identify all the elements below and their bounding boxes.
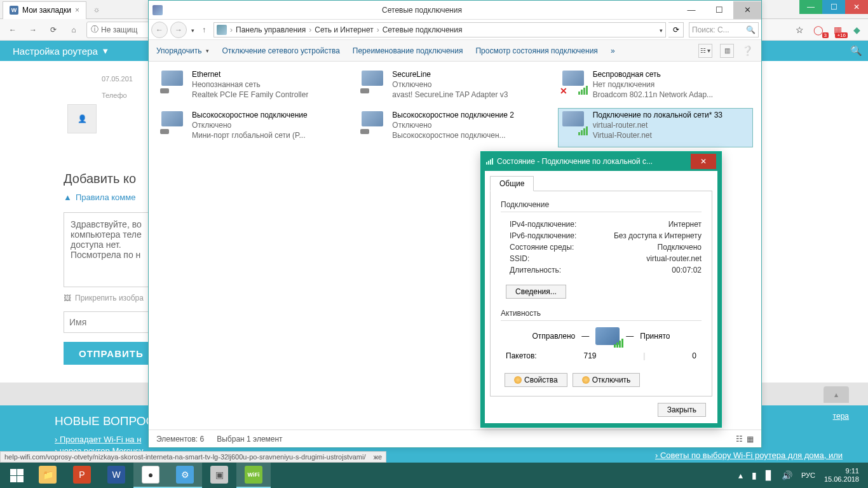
- taskbar-app-control-panel[interactable]: ⚙: [168, 463, 202, 488]
- bg-minimize-button[interactable]: —: [799, 0, 822, 14]
- disable-device-button[interactable]: Отключение сетевого устройства: [222, 46, 339, 55]
- connection-device: Virtual-Router.net: [593, 130, 720, 140]
- minimize-button[interactable]: —: [677, 1, 705, 19]
- connection-device: Realtek PCIe FE Family Controller: [192, 90, 308, 100]
- disable-button[interactable]: Отключить: [573, 373, 641, 387]
- ipv6-label: IPv6-подключение:: [510, 231, 576, 240]
- taskbar-app-chrome[interactable]: ●: [133, 463, 168, 488]
- chevron-down-icon[interactable]: ▾: [103, 45, 108, 57]
- breadcrumb-item[interactable]: Сеть и Интернет: [315, 25, 373, 34]
- selection-count: Выбран 1 элемент: [217, 435, 282, 444]
- network-adapter-icon: [159, 69, 187, 95]
- rename-connection-button[interactable]: Переименование подключения: [353, 46, 463, 55]
- divider: [501, 320, 702, 321]
- scroll-top-button[interactable]: ▴: [824, 386, 849, 403]
- organize-menu[interactable]: Упорядочить: [156, 46, 209, 55]
- avast-ext-icon[interactable]: ◆: [850, 24, 863, 36]
- maximize-button[interactable]: ☐: [705, 1, 733, 19]
- connection-device: Мини-порт глобальной сети (P...: [192, 130, 308, 140]
- window-title: Сетевые подключения: [166, 6, 677, 15]
- tray-language[interactable]: РУС: [801, 471, 815, 479]
- signal-icon: [614, 339, 623, 348]
- browser-tab[interactable]: W Мои закладки ×: [3, 1, 86, 19]
- dialog-close-button[interactable]: ✕: [691, 154, 716, 169]
- taskbar-app-powerpoint[interactable]: P: [65, 463, 99, 488]
- tab-close-icon[interactable]: ×: [75, 6, 79, 15]
- dialog-tabs: Общие: [490, 176, 712, 191]
- tray-network-icon[interactable]: ▊: [766, 470, 773, 480]
- connection-section-label: Подключение: [501, 200, 702, 209]
- window-titlebar[interactable]: Сетевые подключения — ☐ ✕: [149, 1, 761, 20]
- warning-icon: ▲: [64, 193, 72, 202]
- window-icon: [153, 5, 163, 15]
- home-button[interactable]: ⌂: [66, 22, 81, 37]
- breadcrumb-item[interactable]: Панель управления: [236, 25, 306, 34]
- background-window-controls: — ☐ ✕: [799, 0, 868, 14]
- submit-button[interactable]: ОТПРАВИТЬ: [64, 342, 159, 365]
- connection-item[interactable]: ✕Беспроводная сетьНет подключенияBroadco…: [559, 68, 752, 106]
- connection-item[interactable]: Подключение по локальной сети* 33virtual…: [559, 109, 752, 147]
- start-button[interactable]: [3, 463, 31, 488]
- close-dialog-button[interactable]: Закрыть: [658, 403, 706, 417]
- adblock-ext-icon[interactable]: ▦+16: [831, 24, 844, 36]
- connection-name: Подключение по локальной сети* 33: [593, 110, 722, 120]
- nav-forward-button[interactable]: →: [170, 22, 187, 38]
- properties-button[interactable]: Свойства: [505, 373, 567, 387]
- tray-up-icon[interactable]: ▴: [738, 470, 743, 480]
- tray-battery-icon[interactable]: ▮: [752, 470, 757, 480]
- footer-right-link[interactable]: › Советы по выбору Wi-Fi роутера для дом…: [655, 451, 843, 460]
- icons-view-icon[interactable]: ▦: [747, 435, 754, 444]
- taskbar-app-wifi[interactable]: WiFi: [236, 463, 271, 488]
- bg-close-button[interactable]: ✕: [845, 0, 868, 14]
- reload-button[interactable]: ⟳: [46, 22, 61, 37]
- opera-ext-icon[interactable]: ◯3: [812, 24, 825, 36]
- connection-device: avast! SecureLine TAP Adapter v3: [392, 90, 508, 100]
- site-search-button[interactable]: 🔍: [844, 41, 868, 61]
- ipv4-label: IPv4-подключение:: [510, 220, 576, 229]
- star-icon[interactable]: ☆: [793, 24, 806, 36]
- explorer-search-input[interactable]: Поиск: С... 🔍: [689, 22, 759, 37]
- view-status-button[interactable]: Просмотр состояния подключения: [475, 46, 597, 55]
- more-commands-button[interactable]: »: [611, 46, 615, 55]
- taskbar-app-word[interactable]: W: [99, 463, 133, 488]
- network-adapter-icon: ✕: [560, 69, 588, 95]
- preview-pane-button[interactable]: ▥: [720, 44, 734, 58]
- view-options-button[interactable]: ☷ ▾: [698, 44, 712, 58]
- help-button[interactable]: ❔: [742, 45, 754, 57]
- connection-item[interactable]: EthernetНеопознанная сетьRealtek PCIe FE…: [158, 68, 351, 106]
- nav-up-button[interactable]: ↑: [197, 23, 211, 37]
- nav-history-dropdown[interactable]: [189, 25, 194, 34]
- network-adapter-icon: [159, 110, 187, 135]
- tray-clock[interactable]: 9:11 15.06.2018: [824, 467, 859, 484]
- connection-item[interactable]: Высокоскоростное подключение 2ОтключеноВ…: [358, 109, 552, 147]
- details-button[interactable]: Сведения...: [506, 285, 566, 299]
- connection-item[interactable]: SecureLineОтключеноavast! SecureLine TAP…: [358, 68, 552, 106]
- breadcrumb[interactable]: › Панель управления › Сеть и Интернет › …: [214, 22, 666, 37]
- dialog-titlebar[interactable]: Состояние - Подключение по локальной с..…: [481, 152, 721, 171]
- new-tab-button[interactable]: ☼: [90, 3, 103, 16]
- tab-general[interactable]: Общие: [490, 176, 534, 191]
- taskbar-app-unknown[interactable]: ▣: [202, 463, 236, 488]
- bg-maximize-button[interactable]: ☐: [822, 0, 845, 14]
- details-view-icon[interactable]: ☷: [736, 435, 743, 444]
- breadcrumb-dropdown[interactable]: [658, 25, 663, 34]
- nav-back-button[interactable]: ←: [151, 22, 168, 38]
- connection-status: Нет подключения: [593, 79, 713, 90]
- connection-status-dialog: Состояние - Подключение по локальной с..…: [480, 151, 722, 428]
- forward-button[interactable]: →: [25, 22, 41, 37]
- clock-time: 9:11: [824, 467, 859, 475]
- connection-item[interactable]: Высокоскоростное подключениеОтключеноМин…: [158, 109, 351, 147]
- close-button[interactable]: ✕: [733, 1, 761, 19]
- footer-right-link-top[interactable]: тера: [833, 412, 849, 421]
- item-count: Элементов: 6: [156, 435, 204, 444]
- breadcrumb-item[interactable]: Сетевые подключения: [383, 25, 463, 34]
- taskbar-app-explorer[interactable]: 📁: [31, 463, 65, 488]
- refresh-button[interactable]: ⟳: [668, 22, 684, 37]
- dialog-title: Состояние - Подключение по локальной с..…: [497, 157, 653, 166]
- tray-volume-icon[interactable]: 🔊: [782, 470, 792, 480]
- connection-status: Неопознанная сеть: [192, 79, 308, 90]
- vk-icon: W: [10, 6, 18, 15]
- ipv4-value: Интернет: [668, 220, 702, 229]
- back-button[interactable]: ←: [5, 22, 20, 37]
- phone-label: Телефо: [102, 92, 133, 99]
